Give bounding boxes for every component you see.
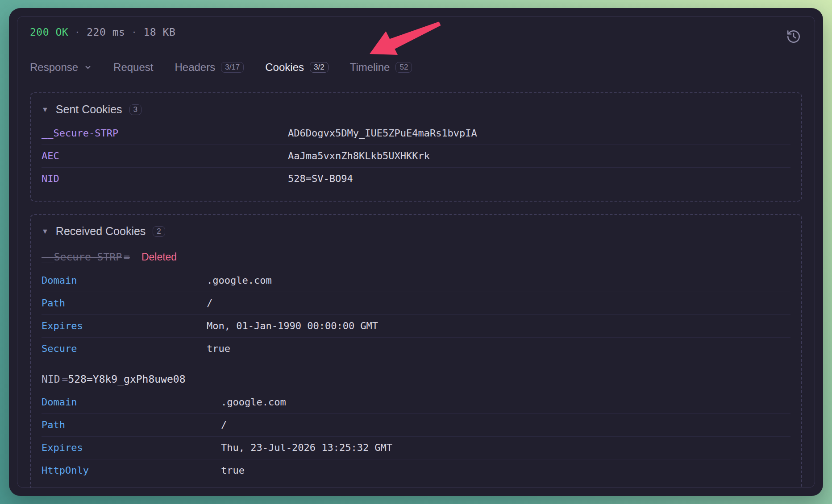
- attribute-key: HttpOnly: [42, 465, 221, 476]
- sent-cookies-table: __Secure-STRPAD6Dogvx5DMy_IUE5ZPuE4maRs1…: [42, 122, 790, 190]
- cookie-name: AEC: [42, 150, 288, 161]
- attribute-value: Mon, 01-Jan-1990 00:00:00 GMT: [207, 320, 790, 331]
- response-panel: 200 OK · 220 ms · 18 KB: [17, 16, 815, 488]
- sent-cookies-section: ▼ Sent Cookies 3 __Secure-STRPAD6Dogvx5D…: [30, 92, 802, 202]
- tab-headers[interactable]: Headers3/17: [175, 61, 244, 74]
- table-row: Domain.google.com: [42, 391, 790, 414]
- equals-sign: =: [122, 251, 130, 263]
- table-row: Path/: [42, 414, 790, 437]
- tab-timeline[interactable]: Timeline52: [350, 61, 412, 74]
- attribute-key: Expires: [42, 442, 221, 453]
- attribute-value: true: [221, 465, 790, 476]
- sent-cookies-header[interactable]: ▼ Sent Cookies 3: [42, 103, 790, 116]
- cookie-value: 528=Y8k9_gxPh8uwe08: [68, 373, 185, 385]
- received-cookie-title: NID=528=Y8k9_gxPh8uwe08: [42, 373, 790, 385]
- tab-count-badge: 3/17: [221, 62, 244, 73]
- section-title: Sent Cookies: [56, 103, 122, 116]
- collapse-triangle-icon: ▼: [42, 106, 49, 114]
- attribute-value: .google.com: [221, 397, 790, 408]
- tab-count-badge: 3/2: [310, 62, 329, 73]
- collapse-triangle-icon: ▼: [42, 227, 49, 235]
- response-time: 220 ms: [87, 26, 125, 38]
- tab-label: Timeline: [350, 61, 390, 74]
- cookie-value: AaJma5vxnZh8KLkb5UXHKKrk: [288, 150, 790, 161]
- attribute-key: Path: [42, 297, 207, 309]
- attribute-value: /: [221, 419, 790, 430]
- attribute-key: Secure: [42, 343, 207, 354]
- tab-response[interactable]: Response: [30, 61, 92, 74]
- received-cookies-section: ▼ Received Cookies 2 __Secure-STRP=Delet…: [30, 214, 802, 488]
- cookie-attributes-table: Domain.google.comPath/ExpiresMon, 01-Jan…: [42, 269, 790, 360]
- status-row: 200 OK · 220 ms · 18 KB: [17, 17, 815, 47]
- attribute-key: Domain: [42, 275, 207, 286]
- table-row: Path/: [42, 292, 790, 315]
- tab-cookies[interactable]: Cookies3/2: [265, 61, 328, 74]
- tab-count-badge: 52: [395, 62, 412, 73]
- attribute-key: Expires: [42, 320, 207, 331]
- response-status-line: 200 OK · 220 ms · 18 KB: [30, 26, 175, 38]
- received-cookies-header[interactable]: ▼ Received Cookies 2: [42, 225, 790, 238]
- attribute-key: Path: [42, 419, 221, 430]
- history-icon: [786, 29, 801, 44]
- cookie-value: 528=SV-BO94: [288, 173, 790, 184]
- received-cookie-title: __Secure-STRP=Deleted: [42, 251, 790, 263]
- app-window: 200 OK · 220 ms · 18 KB: [9, 8, 823, 496]
- tab-label: Cookies: [265, 61, 304, 74]
- deleted-badge: Deleted: [141, 251, 177, 263]
- table-row: __Secure-STRPAD6Dogvx5DMy_IUE5ZPuE4maRs1…: [42, 122, 790, 145]
- table-row: Securetrue: [42, 338, 790, 360]
- status-code: 200 OK: [30, 26, 68, 38]
- section-title: Received Cookies: [56, 225, 146, 238]
- table-row: HttpOnlytrue: [42, 459, 790, 482]
- table-row: ExpiresMon, 01-Jan-1990 00:00:00 GMT: [42, 315, 790, 338]
- cookie-name: __Secure-STRP: [42, 251, 122, 263]
- table-row: ExpiresThu, 23-Jul-2026 13:25:32 GMT: [42, 437, 790, 459]
- attribute-value: .google.com: [207, 275, 790, 286]
- count-badge: 3: [129, 104, 141, 115]
- cookie-attributes-table: Domain.google.comPath/ExpiresThu, 23-Jul…: [42, 391, 790, 482]
- cookies-content: ▼ Sent Cookies 3 __Secure-STRPAD6Dogvx5D…: [17, 92, 815, 488]
- desktop-background: 200 OK · 220 ms · 18 KB: [0, 0, 832, 504]
- cookie-value: AD6Dogvx5DMy_IUE5ZPuE4maRs1bvpIA: [288, 128, 790, 139]
- tab-label: Request: [113, 61, 153, 74]
- cookie-name: NID: [42, 173, 288, 184]
- table-row: NID528=SV-BO94: [42, 168, 790, 190]
- received-cookies-list: __Secure-STRP=DeletedDomain.google.comPa…: [42, 251, 790, 482]
- cookie-name: __Secure-STRP: [42, 128, 288, 139]
- separator-dot: ·: [131, 27, 137, 38]
- count-badge: 2: [153, 226, 165, 237]
- attribute-value: true: [207, 343, 790, 354]
- separator-dot: ·: [75, 27, 80, 38]
- tab-label: Headers: [175, 61, 215, 74]
- chevron-down-icon: [84, 63, 92, 71]
- history-button[interactable]: [783, 26, 804, 47]
- table-row: Domain.google.com: [42, 269, 790, 292]
- cookie-name: NID: [42, 373, 60, 385]
- table-row: AECAaJma5vxnZh8KLkb5UXHKKrk: [42, 145, 790, 168]
- response-size: 18 KB: [144, 26, 176, 38]
- attribute-value: Thu, 23-Jul-2026 13:25:32 GMT: [221, 442, 790, 453]
- equals-sign: =: [60, 373, 68, 385]
- tab-request[interactable]: Request: [113, 61, 153, 74]
- tab-label: Response: [30, 61, 78, 74]
- tab-bar: ResponseRequestHeaders3/17Cookies3/2Time…: [17, 61, 815, 74]
- attribute-key: Domain: [42, 397, 221, 408]
- attribute-value: /: [207, 297, 790, 309]
